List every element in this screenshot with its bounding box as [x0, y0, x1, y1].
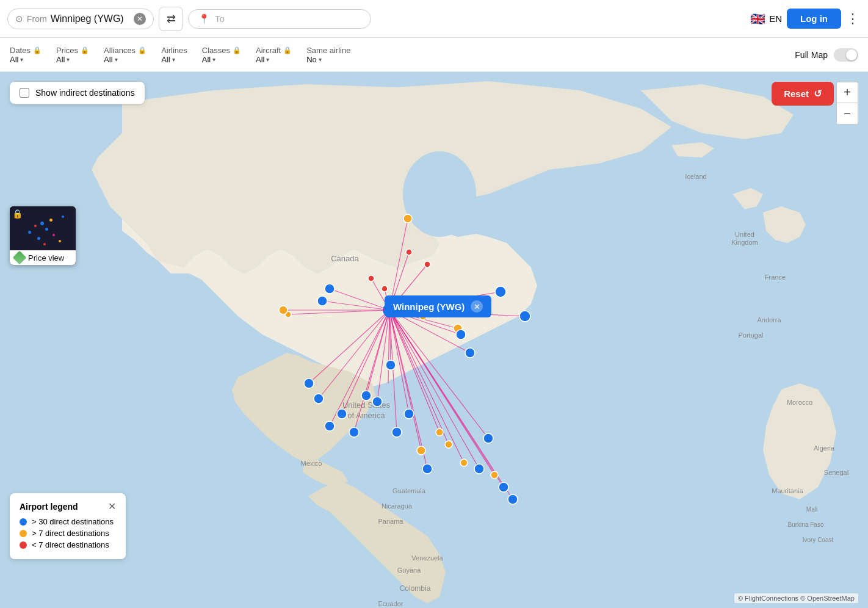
svg-text:France: France	[765, 273, 786, 281]
airport-legend: Airport legend ✕ > 30 direct destination…	[10, 493, 126, 559]
destination-icon: 📍	[198, 13, 210, 24]
svg-point-66	[406, 249, 412, 255]
svg-text:Ivory Coast: Ivory Coast	[803, 537, 834, 543]
chevron-down-icon: ▾	[115, 56, 118, 63]
price-view-label-wrap: Price view	[10, 250, 76, 265]
svg-point-95	[474, 464, 484, 474]
from-label: From	[27, 14, 47, 24]
svg-point-98	[499, 482, 508, 492]
svg-text:United: United	[735, 231, 754, 238]
chevron-down-icon: ▾	[20, 56, 23, 63]
filter-alliances-value: All ▾	[104, 55, 146, 64]
clear-from-button[interactable]: ✕	[134, 13, 146, 25]
lock-overlay-icon: 🔒	[12, 209, 23, 219]
svg-point-80	[304, 378, 314, 388]
svg-point-70	[495, 286, 506, 297]
lang-label: EN	[769, 13, 782, 24]
to-label: To	[215, 13, 225, 24]
svg-point-64	[403, 214, 412, 223]
winnipeg-popup: Winnipeg (YWG) ✕	[385, 295, 491, 317]
filter-airlines[interactable]: Airlines All ▾	[161, 46, 187, 64]
svg-text:Venezuela: Venezuela	[411, 554, 443, 562]
popup-close-button[interactable]: ✕	[471, 300, 483, 313]
map-area[interactable]: Canada United States of America Mexico G…	[0, 72, 868, 608]
legend-close-button[interactable]: ✕	[108, 501, 116, 512]
svg-point-94	[460, 459, 468, 466]
zoom-out-button[interactable]: −	[837, 103, 858, 124]
filter-bar: Dates 🔒 All ▾ Prices 🔒 All ▾ Alliances 🔒…	[0, 38, 868, 72]
chevron-down-icon: ▾	[266, 56, 269, 63]
svg-text:Guyana: Guyana	[397, 566, 421, 574]
full-map-toggle[interactable]	[834, 48, 858, 62]
filter-prices[interactable]: Prices 🔒 All ▾	[56, 46, 89, 64]
filter-classes-value: All ▾	[202, 55, 241, 64]
lock-icon: 🔒	[283, 46, 292, 54]
reset-icon: ↺	[814, 88, 822, 100]
language-selector[interactable]: 🇬🇧 EN	[750, 12, 782, 26]
from-value: Winnipeg (YWG)	[51, 13, 130, 24]
chevron-down-icon: ▾	[172, 56, 175, 63]
location-icon: ⊙	[15, 13, 23, 24]
filter-alliances-label: Alliances 🔒	[104, 46, 146, 55]
svg-text:Ecuador: Ecuador	[378, 600, 403, 607]
svg-point-90	[417, 446, 425, 455]
legend-yellow-text: > 7 direct destinations	[32, 529, 109, 538]
filter-alliances[interactable]: Alliances 🔒 All ▾	[104, 46, 146, 64]
to-input-wrap[interactable]: 📍 To	[188, 9, 371, 29]
svg-text:Algeria: Algeria	[814, 444, 835, 452]
lock-icon: 🔒	[233, 46, 241, 54]
from-input-wrap[interactable]: ⊙ From Winnipeg (YWG) ✕	[7, 9, 154, 29]
lock-icon: 🔒	[138, 46, 146, 54]
svg-point-1	[403, 151, 476, 237]
svg-text:Panama: Panama	[378, 518, 404, 525]
filter-aircraft-label: Aircraft 🔒	[256, 46, 292, 55]
legend-title-text: Airport legend	[20, 502, 78, 512]
svg-text:Nicaragua: Nicaragua	[382, 502, 413, 510]
map-svg: Canada United States of America Mexico G…	[0, 72, 868, 608]
toggle-knob	[846, 49, 857, 60]
filter-same-airline[interactable]: Same airline No ▾	[306, 46, 350, 64]
filter-airlines-label: Airlines	[161, 46, 187, 55]
svg-point-81	[314, 394, 324, 404]
zoom-in-button[interactable]: +	[837, 82, 858, 103]
swap-button[interactable]: ⇄	[159, 7, 183, 31]
more-options-button[interactable]: ⋮	[846, 11, 861, 27]
legend-dot-yellow	[20, 530, 27, 537]
full-map-label: Full Map	[795, 50, 828, 60]
show-indirect-checkbox[interactable]	[20, 88, 29, 98]
svg-point-92	[436, 429, 443, 436]
svg-point-79	[279, 306, 288, 314]
svg-point-96	[483, 433, 493, 443]
svg-point-85	[361, 391, 371, 400]
show-indirect-wrap[interactable]: Show indirect destinations	[10, 82, 145, 104]
svg-point-77	[317, 296, 327, 306]
filter-dates-label: Dates 🔒	[10, 46, 42, 55]
filter-prices-value: All ▾	[56, 55, 89, 64]
svg-text:Canada: Canada	[331, 254, 359, 263]
svg-text:Portugal: Portugal	[739, 331, 764, 339]
svg-point-97	[491, 471, 498, 479]
filter-classes[interactable]: Classes 🔒 All ▾	[202, 46, 241, 64]
reset-button[interactable]: Reset ↺	[772, 82, 834, 106]
svg-text:Senegal: Senegal	[824, 469, 848, 476]
login-button[interactable]: Log in	[787, 9, 841, 29]
svg-point-84	[325, 421, 335, 431]
chevron-down-icon: ▾	[67, 56, 70, 63]
filter-dates[interactable]: Dates 🔒 All ▾	[10, 46, 42, 64]
svg-point-75	[465, 348, 475, 358]
winnipeg-popup-text: Winnipeg (YWG)	[393, 302, 465, 312]
svg-point-99	[508, 494, 518, 504]
filter-aircraft[interactable]: Aircraft 🔒 All ▾	[256, 46, 292, 64]
svg-point-89	[404, 409, 414, 419]
svg-point-72	[519, 311, 530, 322]
svg-text:Iceland: Iceland	[685, 173, 706, 180]
svg-text:Guatemala: Guatemala	[392, 487, 426, 494]
svg-point-68	[368, 275, 374, 281]
full-map-toggle-wrap: Full Map	[795, 48, 858, 62]
header: ⊙ From Winnipeg (YWG) ✕ ⇄ 📍 To 🇬🇧 EN Log…	[0, 0, 868, 38]
copyright-text: © FlightConnections © OpenStreetMap	[734, 593, 858, 603]
price-view-panel[interactable]: 🔒 Price view	[10, 206, 76, 265]
svg-text:United States: United States	[342, 400, 391, 410]
filter-aircraft-value: All ▾	[256, 55, 292, 64]
legend-blue-text: > 30 direct destinations	[32, 517, 114, 526]
